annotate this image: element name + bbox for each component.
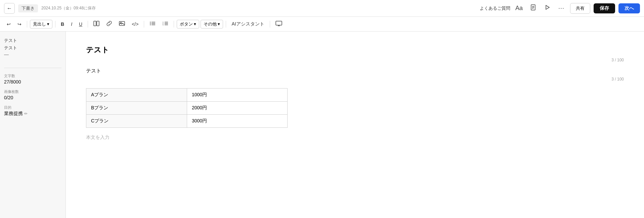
edit-icon[interactable]: ✏ <box>24 111 28 116</box>
section1-title: テスト <box>86 45 624 55</box>
link-icon <box>106 20 112 28</box>
table-row: 3000円 <box>187 115 288 128</box>
italic-button[interactable]: I <box>68 20 75 28</box>
more-icon: ··· <box>558 5 564 12</box>
ordered-list-button[interactable]: 1 2 3 <box>160 19 171 29</box>
sidebar: テスト テスト — 文字数 27/8000 画像枚数 0/20 目的 業務提携 … <box>0 32 66 218</box>
svg-rect-21 <box>276 21 282 25</box>
svg-point-13 <box>150 23 151 24</box>
image-button[interactable] <box>116 19 128 29</box>
monitor-icon <box>275 20 282 28</box>
goal-value: 業務提携 <box>4 111 23 117</box>
italic-icon: I <box>71 21 72 27</box>
toolbar-separator-3 <box>88 21 88 28</box>
char-count-label: 文字数 <box>4 73 61 78</box>
heading-chevron-icon: ▾ <box>47 21 49 26</box>
unordered-list-button[interactable] <box>147 19 158 29</box>
char-count-value: 27/8000 <box>4 79 61 85</box>
toolbar-separator-5 <box>174 21 174 28</box>
redo-button[interactable]: ↪ <box>15 20 24 28</box>
other-chevron-icon: ▾ <box>218 21 220 26</box>
column-button[interactable] <box>91 19 102 29</box>
image-icon <box>119 21 125 27</box>
other-label: その他 <box>204 21 217 27</box>
code-icon: </> <box>132 21 138 27</box>
table-row: 2000円 <box>187 102 288 115</box>
goal-label: 目的 <box>4 105 61 110</box>
section1-body-char-count: 3 / 100 <box>86 77 624 81</box>
sidebar-nav-section: テスト テスト — <box>4 37 61 57</box>
back-button[interactable]: ← <box>4 3 15 14</box>
draft-badge: 下書き <box>18 4 38 12</box>
underline-button[interactable]: U <box>76 20 85 28</box>
share-button[interactable]: 共有 <box>570 3 590 14</box>
toolbar-separator-1 <box>27 21 27 28</box>
ai-assistant-label: AIアシスタント <box>231 21 264 27</box>
toolbar-separator-7 <box>270 21 270 28</box>
undo-button[interactable]: ↩ <box>4 20 13 28</box>
main-layout: テスト テスト — 文字数 27/8000 画像枚数 0/20 目的 業務提携 … <box>0 32 644 218</box>
bold-button[interactable]: B <box>58 20 67 28</box>
ordered-list-icon: 1 2 3 <box>162 21 168 27</box>
column-icon <box>93 21 99 27</box>
image-count-value: 0/20 <box>4 95 61 100</box>
svg-text:3: 3 <box>163 24 164 26</box>
top-bar: ← 下書き 2024.10.25（金）09:48に保存 よくあるご質問 Aa <box>0 0 644 17</box>
toolbar-separator-6 <box>226 21 226 28</box>
top-bar-right: よくあるご質問 Aa ··· 共有 保存 <box>480 3 640 14</box>
goal-row: 業務提携 ✏ <box>4 111 61 117</box>
image-count-label: 画像枚数 <box>4 89 61 94</box>
table-row: Aプラン <box>86 89 187 102</box>
code-button[interactable]: </> <box>129 20 141 28</box>
sidebar-nav-item-1[interactable]: テスト <box>4 37 61 44</box>
faq-link[interactable]: よくあるご質問 <box>480 5 510 11</box>
save-time: 2024.10.25（金）09:48に保存 <box>41 5 96 11</box>
play-icon <box>544 4 550 12</box>
sidebar-image-count-section: 画像枚数 0/20 <box>4 89 61 103</box>
sidebar-nav-item-2[interactable]: テスト <box>4 44 61 52</box>
section1-body: テスト <box>86 68 624 74</box>
font-icon-button[interactable]: Aa <box>514 3 524 14</box>
play-icon-button[interactable] <box>542 3 553 14</box>
monitor-button[interactable] <box>273 19 285 29</box>
toolbar-separator-4 <box>144 21 144 28</box>
sidebar-divider <box>4 68 61 68</box>
bold-icon: B <box>61 21 64 27</box>
table-row: 1000円 <box>187 89 288 102</box>
undo-icon: ↩ <box>7 21 11 27</box>
underline-icon: U <box>79 21 82 27</box>
font-icon: Aa <box>515 5 523 12</box>
content-area[interactable]: テスト 3 / 100 テスト 3 / 100 Aプラン1000円Bプラン200… <box>66 32 644 218</box>
more-button[interactable]: ··· <box>556 3 567 14</box>
save-button[interactable]: 保存 <box>594 3 615 13</box>
ai-assistant-button[interactable]: AIアシスタント <box>229 20 267 29</box>
toolbar-separator-2 <box>55 21 55 28</box>
unordered-list-icon <box>149 21 156 27</box>
toolbar: ↩ ↪ 見出し ▾ B I U <box>0 17 644 32</box>
button-dropdown[interactable]: ボタン ▾ <box>177 20 199 29</box>
next-button[interactable]: 次へ <box>618 3 640 13</box>
body-placeholder[interactable]: 本文を入力 <box>86 134 624 141</box>
redo-icon: ↪ <box>17 21 22 27</box>
doc-icon-button[interactable] <box>528 3 539 14</box>
doc-icon <box>530 4 536 12</box>
svg-marker-4 <box>546 5 549 9</box>
svg-point-12 <box>150 22 151 22</box>
sidebar-char-count-section: 文字数 27/8000 <box>4 73 61 87</box>
section1-char-count: 3 / 100 <box>86 58 624 62</box>
sidebar-dash: — <box>4 52 61 57</box>
link-button[interactable] <box>103 19 115 29</box>
heading-dropdown[interactable]: 見出し ▾ <box>30 20 52 29</box>
button-chevron-icon: ▾ <box>194 21 196 26</box>
other-dropdown[interactable]: その他 ▾ <box>201 20 223 29</box>
svg-rect-5 <box>94 21 96 26</box>
svg-rect-6 <box>97 21 99 26</box>
table-row: Bプラン <box>86 102 187 115</box>
button-label: ボタン <box>180 21 193 27</box>
table-row: Cプラン <box>86 115 187 128</box>
price-table: Aプラン1000円Bプラン2000円Cプラン3000円 <box>86 88 288 128</box>
back-icon: ← <box>7 5 12 11</box>
heading-label: 見出し <box>33 21 46 27</box>
sidebar-goal-section: 目的 業務提携 ✏ <box>4 105 61 117</box>
svg-point-14 <box>150 24 151 25</box>
